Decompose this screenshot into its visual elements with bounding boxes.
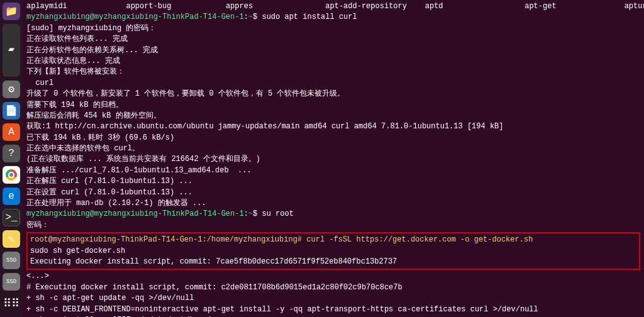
output-line: 正在读取状态信息... 完成 bbox=[26, 56, 640, 67]
apps-grid-icon[interactable]: ⠿⠿ bbox=[3, 294, 20, 312]
output-line: 正在分析软件包的依赖关系树... 完成 bbox=[26, 45, 640, 56]
output-line: [sudo] myzhangxiubing 的密码： bbox=[26, 23, 640, 34]
terminal-icon[interactable]: ▰ bbox=[3, 24, 20, 77]
output-line: <...> bbox=[26, 271, 640, 282]
output-line: 密码： bbox=[26, 220, 640, 231]
prompt-line: myzhangxiubing@myzhangxiubing-ThinkPad-T… bbox=[26, 12, 640, 23]
output-line: 已下载 194 kB，耗时 3秒 (69.6 kB/s) bbox=[26, 133, 640, 143]
output-line: 升级了 0 个软件包，新安装了 1 个软件包，要卸载 0 个软件包，有 5 个软… bbox=[26, 89, 640, 99]
output-line: 获取:1 http://cn.archive.ubuntu.com/ubuntu… bbox=[26, 121, 640, 132]
output-line: sudo sh get-docker.sh bbox=[30, 246, 636, 257]
software-center-icon[interactable]: A bbox=[3, 123, 20, 141]
output-line: 准备解压 .../curl_7.81.0-1ubuntu1.13_amd64.d… bbox=[26, 165, 640, 176]
document-icon[interactable]: 📄 bbox=[3, 102, 20, 120]
output-line: 正在读取软件包列表... 完成 bbox=[26, 34, 640, 45]
terminal-window[interactable]: aplaymidi apport-bug appres apt-add-repo… bbox=[23, 0, 644, 317]
output-line: 下列【新】软件包将被安装： bbox=[26, 67, 640, 77]
output-line: 正在选中未选择的软件包 curl。 bbox=[26, 143, 640, 154]
settings-icon[interactable]: ⚙ bbox=[3, 81, 20, 98]
help-icon[interactable]: ? bbox=[3, 145, 20, 162]
output-line: Executing docker install script, commit:… bbox=[30, 257, 636, 267]
output-line: 正在解压 curl (7.81.0-1ubuntu1.13) ... bbox=[26, 176, 640, 187]
tab-completion-row: aplaymidi apport-bug appres apt-add-repo… bbox=[26, 1, 640, 12]
notes-icon[interactable]: ✎ bbox=[3, 230, 20, 248]
output-line: curl bbox=[26, 78, 640, 89]
output-line: + sh -c apt-get update -qq >/dev/null bbox=[26, 293, 640, 304]
edge-icon[interactable]: e bbox=[3, 187, 20, 205]
disk-icon[interactable]: SSD bbox=[3, 273, 20, 291]
chrome-icon[interactable] bbox=[3, 166, 20, 184]
files-icon[interactable]: 📁 bbox=[3, 3, 20, 20]
disk-icon[interactable]: SSD bbox=[3, 252, 20, 269]
output-line: # Executing docker install script, commi… bbox=[26, 282, 640, 293]
ubuntu-dock: 📁 ▰ ⚙ 📄 A ? e >_ ✎ SSD SSD ⠿⠿ bbox=[0, 0, 23, 317]
prompt-path: ~ bbox=[248, 209, 253, 218]
terminal-app-icon[interactable]: >_ bbox=[3, 209, 20, 226]
prompt-path: ~ bbox=[248, 13, 253, 21]
output-line: 解压缩后会消耗 454 kB 的额外空间。 bbox=[26, 111, 640, 121]
prompt-user: myzhangxiubing@myzhangxiubing-ThinkPad-T… bbox=[26, 13, 244, 21]
prompt-line: myzhangxiubing@myzhangxiubing-ThinkPad-T… bbox=[26, 209, 640, 220]
prompt-user: myzhangxiubing@myzhangxiubing-ThinkPad-T… bbox=[26, 209, 244, 218]
output-line: (正在读取数据库 ... 系统当前共安装有 216642 个文件和目录。) bbox=[26, 154, 640, 165]
highlighted-block: root@myzhangxiubing-ThinkPad-T14-Gen-1:/… bbox=[26, 232, 640, 270]
root-prompt-line: root@myzhangxiubing-ThinkPad-T14-Gen-1:/… bbox=[30, 235, 636, 245]
output-line: 正在处理用于 man-db (2.10.2-1) 的触发器 ... bbox=[26, 198, 640, 209]
output-line: 正在设置 curl (7.81.0-1ubuntu1.13) ... bbox=[26, 187, 640, 198]
output-line: + sh -c DEBIAN_FRONTEND=noninteractive a… bbox=[26, 304, 640, 315]
output-line: 需要下载 194 kB 的归档。 bbox=[26, 100, 640, 111]
